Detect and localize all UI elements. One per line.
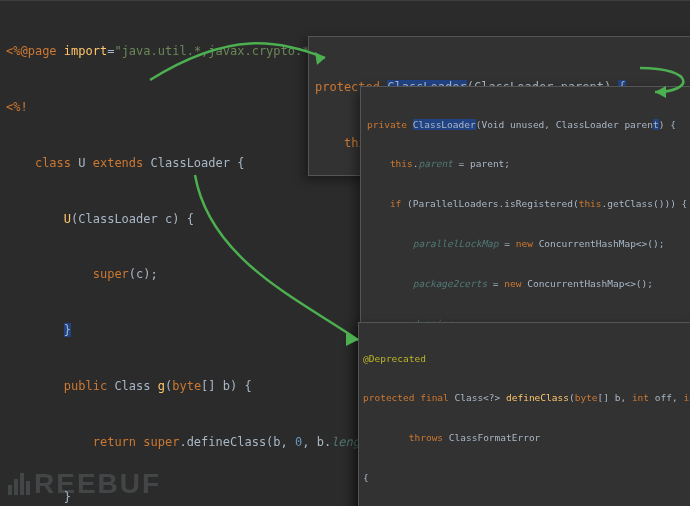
quick-definition-popup-3[interactable]: @Deprecated protected final Class<?> def… (358, 322, 690, 506)
code-line: if (ParallelLoaders.isRegistered(this.ge… (367, 197, 690, 210)
code-line: private ClassLoader(Void unused, ClassLo… (367, 118, 690, 131)
code-line: throws ClassFormatError (363, 431, 690, 444)
code-line: protected final Class<?> defineClass(byt… (363, 391, 690, 404)
code-line: parallelLockMap = new ConcurrentHashMap<… (367, 237, 690, 250)
code-line: package2certs = new ConcurrentHashMap<>(… (367, 277, 690, 290)
code-line: @Deprecated (363, 352, 690, 365)
code-line: { (363, 471, 690, 484)
code-line: this.parent = parent; (367, 157, 690, 170)
